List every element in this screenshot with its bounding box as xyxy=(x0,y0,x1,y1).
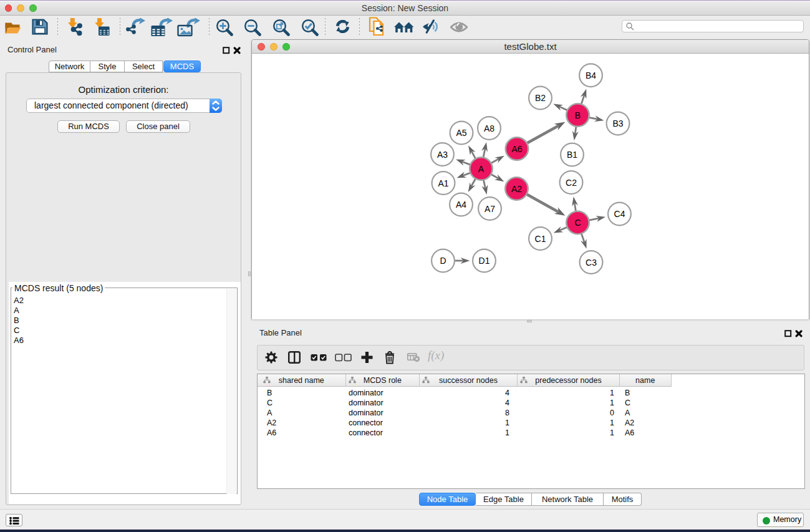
svg-text:A1: A1 xyxy=(438,178,448,188)
svg-text:A2: A2 xyxy=(511,184,522,194)
svg-text:A3: A3 xyxy=(437,150,448,160)
svg-text:B1: B1 xyxy=(567,150,577,160)
svg-text:C: C xyxy=(574,218,581,228)
svg-text:C1: C1 xyxy=(535,234,546,244)
svg-text:A7: A7 xyxy=(485,204,495,214)
svg-text:A4: A4 xyxy=(456,200,466,210)
svg-text:D: D xyxy=(440,256,446,266)
svg-text:B4: B4 xyxy=(586,70,596,80)
svg-text:A6: A6 xyxy=(511,144,522,154)
svg-text:C2: C2 xyxy=(566,178,577,188)
svg-text:B3: B3 xyxy=(612,118,623,128)
svg-text:A: A xyxy=(478,164,485,174)
svg-text:C4: C4 xyxy=(614,209,625,219)
svg-text:B2: B2 xyxy=(535,93,546,103)
svg-text:D1: D1 xyxy=(479,256,490,266)
svg-text:A8: A8 xyxy=(484,123,494,133)
svg-text:A5: A5 xyxy=(456,128,466,138)
svg-text:B: B xyxy=(575,110,581,120)
svg-text:C3: C3 xyxy=(586,258,597,268)
